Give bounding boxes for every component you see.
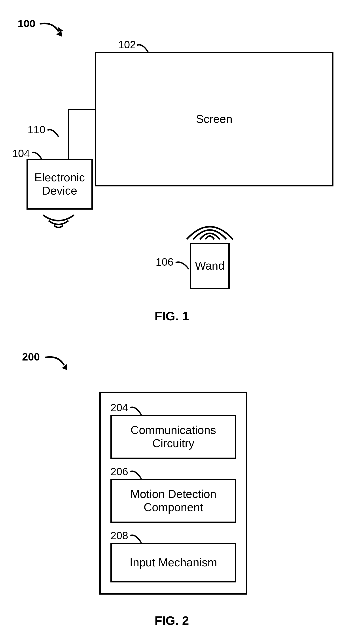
ref-200-label: 200 — [22, 351, 40, 363]
screen-box-text: Screen — [196, 112, 233, 126]
motion-text: Motion Detection Component — [130, 488, 216, 514]
ref-102-label: 102 — [118, 38, 136, 51]
wireless-arcs-down-icon — [41, 212, 76, 232]
leader-104-icon — [31, 150, 44, 160]
fig1-caption: FIG. 1 — [155, 309, 189, 323]
leader-106-icon — [174, 259, 191, 270]
electronic-device-text: Electronic Device — [35, 171, 85, 198]
wand-box-text: Wand — [195, 259, 225, 272]
hook-arrow-200-icon — [43, 353, 74, 375]
electronic-device-box: Electronic Device — [27, 159, 93, 210]
ref-206-label: 206 — [110, 466, 128, 478]
input-text: Input Mechanism — [130, 556, 217, 569]
leader-204-icon — [129, 405, 144, 416]
leader-208-icon — [129, 533, 144, 544]
page: 100 Screen 102 110 Electronic Device 104… — [0, 0, 354, 644]
communications-box: Communications Circuitry — [110, 415, 236, 459]
screen-box: Screen — [95, 52, 333, 186]
wireless-arcs-up-icon — [183, 218, 236, 243]
leader-102-icon — [136, 42, 151, 53]
ref-110-label: 110 — [28, 124, 45, 136]
input-box: Input Mechanism — [110, 543, 236, 582]
connector-110-icon — [59, 108, 98, 163]
ref-208-label: 208 — [110, 530, 128, 542]
communications-text: Communications Circuitry — [131, 424, 216, 450]
svg-marker-2 — [62, 364, 67, 370]
ref-104-label: 104 — [12, 148, 30, 160]
leader-206-icon — [129, 469, 144, 480]
ref-106-label: 106 — [156, 256, 173, 268]
wand-box: Wand — [190, 243, 230, 289]
ref-204-label: 204 — [110, 402, 128, 414]
fig2-caption: FIG. 2 — [155, 613, 189, 628]
ref-100-label: 100 — [18, 18, 35, 30]
hook-arrow-100-icon — [38, 20, 69, 42]
leader-110-icon — [46, 127, 62, 138]
motion-box: Motion Detection Component — [110, 479, 236, 523]
